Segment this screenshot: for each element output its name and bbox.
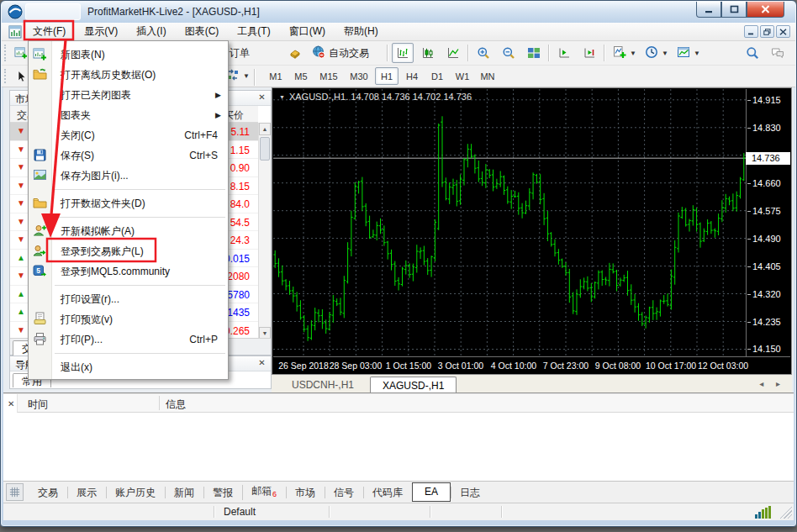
chevron-down-icon: ▼	[279, 94, 285, 100]
file-menu-item-15[interactable]: 打印设置(r)...	[29, 289, 228, 309]
current-price-label: 14.736	[746, 152, 790, 165]
terminal-tab-市场[interactable]: 市场	[286, 482, 325, 503]
menu-item-3[interactable]: 插入(I)	[127, 23, 175, 41]
menu-bar: 文件(F)显示(V)插入(I)图表(C)工具(T)窗口(W)帮助(H)	[2, 23, 795, 41]
timeframe-d1-button[interactable]: D1	[425, 67, 449, 85]
file-menu-item-16[interactable]: 打印预览(v)	[29, 309, 228, 329]
toolbar-separator	[548, 45, 550, 61]
message-column-header[interactable]: 信息	[166, 398, 186, 412]
toolbar-grip[interactable]	[4, 45, 8, 61]
date-tick-label: 26 Sep 2018	[278, 361, 329, 371]
status-divider	[214, 506, 215, 518]
new-chart-icon	[33, 47, 48, 62]
chart-shift-button[interactable]	[578, 43, 600, 63]
terminal-tab-交易[interactable]: 交易	[29, 482, 67, 503]
terminal-tab-日志[interactable]: 日志	[451, 482, 489, 503]
timeframe-h4-button[interactable]: H4	[400, 67, 424, 85]
save-picture-icon	[33, 168, 48, 183]
date-axis[interactable]: 26 Sep 201828 Sep 03:001 Oct 15:003 Oct …	[273, 356, 790, 373]
file-menu-item-label: 登录到MQL5.community	[61, 265, 170, 279]
menu-item-4[interactable]: 图表(C)	[176, 23, 229, 41]
file-menu-item-5[interactable]: 关闭(C)Ctrl+F4	[29, 125, 228, 145]
timeframe-m30-button[interactable]: M30	[345, 67, 373, 85]
auto-scroll-button[interactable]	[553, 43, 575, 63]
file-menu-item-6[interactable]: 保存(S)Ctrl+S	[29, 145, 228, 166]
timeframe-h1-button[interactable]: H1	[375, 67, 398, 85]
menu-item-1[interactable]: 文件(F)	[24, 23, 75, 41]
scrollbar-thumb[interactable]	[260, 137, 270, 161]
file-menu-item-19[interactable]: 退出(x)	[29, 357, 228, 377]
file-menu-item-12[interactable]: 登录到交易账户(L)	[29, 241, 228, 261]
timeframe-mn-button[interactable]: MN	[476, 67, 499, 85]
date-tick-label: 7 Oct 23:00	[543, 361, 589, 371]
toolbar-grip[interactable]	[4, 69, 8, 83]
file-menu-item-11[interactable]: 开新模拟帐户(A)	[29, 221, 228, 241]
timeframe-m5-button[interactable]: M5	[289, 67, 313, 85]
file-menu-item-7[interactable]: 保存为图片(i)...	[29, 166, 228, 186]
child-window-controls	[744, 25, 790, 38]
templates-button[interactable]: ▼	[673, 43, 705, 63]
periods-button[interactable]: ▼	[641, 43, 673, 63]
file-menu-item-13[interactable]: 5登录到MQL5.community	[29, 261, 228, 282]
terminal-tab-邮箱[interactable]: 邮箱6	[242, 481, 286, 504]
terminal-tab-信号[interactable]: 信号	[325, 482, 363, 503]
file-menu-item-4[interactable]: 图表夹▶	[29, 105, 228, 125]
search-button[interactable]	[742, 43, 763, 63]
chart-tab-xagusd-h1[interactable]: XAGUSD-,H1	[370, 377, 457, 393]
terminal-tab-警报[interactable]: 警报	[203, 482, 242, 503]
timeframe-m1-button[interactable]: M1	[264, 67, 288, 85]
printer-icon	[33, 332, 48, 347]
close-icon[interactable]: ✕	[8, 399, 14, 408]
resize-grip[interactable]	[779, 506, 792, 519]
date-tick-label: 3 Oct 01:00	[438, 361, 483, 371]
chart-window-icon[interactable]	[8, 25, 22, 39]
tab-scroll-arrows[interactable]: ◂ ▸	[759, 379, 785, 388]
time-column-header[interactable]: 时间	[28, 398, 48, 412]
column-divider[interactable]	[159, 396, 160, 410]
chart-tab-usdcnh-h1[interactable]: USDCNH-,H1	[280, 377, 366, 393]
tile-windows-button[interactable]	[523, 43, 545, 63]
child-minimize-button[interactable]	[744, 25, 758, 38]
terminal-tab-新闻[interactable]: 新闻	[165, 482, 203, 503]
chat-button[interactable]	[767, 43, 789, 63]
menu-item-6[interactable]: 窗口(W)	[280, 23, 335, 41]
terminal-tab-展示[interactable]: 展示	[67, 482, 106, 503]
file-menu-item-17[interactable]: 打印(P)...Ctrl+P	[29, 329, 228, 350]
restore-button[interactable]	[721, 2, 747, 18]
menu-item-5[interactable]: 工具(T)	[228, 23, 279, 41]
chart-header[interactable]: ▼ XAGUSD-,H1. 14.708 14.736 14.702 14.73…	[279, 92, 472, 102]
timeframe-m15-button[interactable]: M15	[314, 67, 343, 85]
file-menu-item-3[interactable]: 打开已关闭图表▶	[29, 85, 228, 105]
timeframe-w1-button[interactable]: W1	[451, 67, 474, 85]
child-close-button[interactable]	[776, 25, 790, 38]
profile-name[interactable]: Default	[224, 506, 256, 518]
terminal-tab-账户历史[interactable]: 账户历史	[106, 482, 165, 503]
candlestick-chart-button[interactable]	[417, 43, 439, 63]
menu-item-7[interactable]: 帮助(H)	[335, 23, 388, 41]
scroll-up-icon[interactable]: ▲	[259, 123, 271, 135]
price-axis[interactable]: 14.91514.83014.74514.66014.57514.49014.4…	[746, 89, 790, 356]
terminal-tab-ea[interactable]: EA	[412, 482, 451, 502]
close-icon[interactable]: ✕	[257, 93, 267, 103]
terminal-tab-代码库[interactable]: 代码库	[363, 482, 412, 503]
zoom-in-button[interactable]	[472, 43, 494, 63]
menu-item-2[interactable]: 显示(V)	[75, 23, 127, 41]
bar-chart-button[interactable]	[392, 43, 414, 63]
history-center-button[interactable]	[284, 43, 306, 63]
file-menu-item-2[interactable]: 打开离线历史数据(O)	[29, 65, 228, 85]
market-watch-scrollbar[interactable]: ▲ ▼	[258, 123, 271, 340]
file-menu-item-9[interactable]: 打开数据文件夹(D)	[29, 193, 228, 213]
autotrading-button[interactable]: 自动交易	[308, 43, 373, 63]
title-bar[interactable]: ProfitMarketHK-Live2 - [XAGUSD-,H1]	[2, 2, 795, 23]
panel-grid-icon[interactable]	[6, 483, 24, 501]
line-chart-button[interactable]	[442, 43, 464, 63]
zoom-out-button[interactable]	[498, 43, 520, 63]
child-restore-button[interactable]	[760, 25, 774, 38]
indicators-button[interactable]: ▼	[609, 43, 641, 63]
terminal-tab-label: 展示	[77, 487, 97, 498]
file-menu-item-1[interactable]: 新图表(N)	[29, 45, 228, 65]
close-icon[interactable]: ✕	[257, 359, 267, 368]
chart-plot[interactable]	[273, 89, 746, 356]
close-button[interactable]	[747, 2, 784, 18]
minimize-button[interactable]	[696, 2, 721, 18]
